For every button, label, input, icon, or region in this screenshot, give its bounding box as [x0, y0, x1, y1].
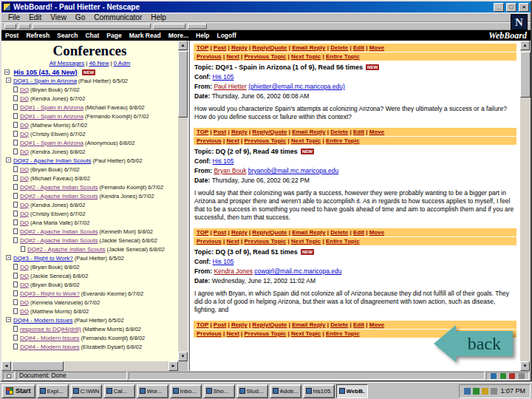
from-email-link[interactable]: (phietter@email.mc.maricopa.edu)	[248, 83, 345, 90]
from-email-link[interactable]: bryanob@mail.mc.maricopa.edu	[248, 167, 339, 174]
menu-view[interactable]: View	[46, 13, 71, 21]
msg-action-previous-topic[interactable]: Previous Topic	[245, 137, 287, 144]
tree-message-link[interactable]: DQ	[20, 211, 29, 217]
msg-action-top[interactable]: TOP	[197, 44, 208, 51]
menu-go[interactable]: Go	[71, 13, 89, 21]
msg-action-reply[interactable]: Reply	[231, 44, 248, 51]
msg-action-reply[interactable]: Reply	[231, 321, 248, 328]
msg-action-move[interactable]: Move	[369, 321, 384, 328]
main-vertical-scrollbar[interactable]: ▲ ▼	[520, 41, 531, 371]
tree-message-link[interactable]: DQ#2 - Apache Indian Scouts	[20, 184, 98, 191]
tray-icon[interactable]	[464, 388, 471, 395]
taskbar-button[interactable]: WebB...	[336, 384, 368, 398]
msg-action-post[interactable]: Post	[214, 129, 226, 135]
tree-message-link[interactable]: DQ	[20, 202, 29, 208]
tree-message-link[interactable]: DQ#4 - Modern Issues	[20, 335, 79, 341]
msg-action-reply[interactable]: Reply	[231, 129, 248, 135]
msg-action-top[interactable]: TOP	[197, 129, 208, 135]
msg-action-previous[interactable]: Previous	[197, 330, 222, 337]
board-link[interactable]: His 105 (43, 46 New)	[14, 69, 78, 76]
taskbar-button[interactable]: Expl...	[37, 384, 69, 398]
tree-message-link[interactable]: DQ#1 - Spain in Arizona	[20, 113, 83, 120]
wb-post-button[interactable]: Post	[5, 32, 18, 39]
tray-icon[interactable]	[482, 388, 488, 395]
main-scroll-thumb[interactable]	[520, 52, 531, 98]
msg-action-next[interactable]: Next	[226, 53, 239, 60]
msg-action-next-topic[interactable]: Next Topic	[291, 137, 321, 144]
collapse-icon[interactable]: −	[6, 317, 11, 322]
wb-page-button[interactable]: Page	[106, 32, 121, 39]
msg-action-post[interactable]: Post	[214, 229, 226, 236]
msg-action-edit[interactable]: Edit	[353, 44, 364, 51]
msg-action-reply-quote[interactable]: Reply/Quote	[252, 321, 287, 328]
wb-help-button[interactable]: Help	[196, 32, 209, 39]
scroll-right-icon[interactable]: ►	[168, 361, 178, 371]
tree-message-link[interactable]: DQ#1 - Spain in Arizona	[20, 104, 83, 111]
wb-mark-read-button[interactable]: Mark Read	[129, 32, 161, 39]
msg-action-previous-topic[interactable]: Previous Topic	[245, 330, 287, 337]
msg-action-edit[interactable]: Edit	[353, 129, 364, 135]
msg-action-top[interactable]: TOP	[197, 321, 208, 328]
tree-message-link[interactable]: DQ#3 - Right to Work?	[13, 255, 73, 262]
msg-action-move[interactable]: Move	[369, 129, 384, 135]
msg-action-reply-quote[interactable]: Reply/Quote	[252, 44, 287, 51]
minimize-button[interactable]: _	[494, 3, 504, 12]
msg-action-delete[interactable]: Delete	[330, 44, 348, 51]
collapse-icon[interactable]: −	[6, 157, 11, 163]
msg-action-reply[interactable]: Reply	[231, 229, 248, 236]
msg-action-move[interactable]: Move	[369, 229, 384, 236]
menu-file[interactable]: File	[4, 13, 24, 21]
component-bar[interactable]	[486, 372, 529, 380]
msg-action-previous-topic[interactable]: Previous Topic	[245, 238, 287, 245]
conference-link-all-messages[interactable]: All Messages	[50, 60, 85, 66]
left-vertical-scrollbar[interactable]: ▲ ▼	[178, 41, 188, 361]
scroll-up-icon[interactable]: ▲	[178, 41, 188, 50]
tree-message-link[interactable]: DQ	[20, 308, 29, 315]
tree-message-link[interactable]: DQ#1 - Spain in Arizona	[20, 140, 83, 146]
msg-action-previous[interactable]: Previous	[197, 137, 222, 144]
msg-action-entire-topic[interactable]: Entire Topic	[326, 238, 360, 245]
collapse-icon[interactable]: −	[6, 78, 11, 83]
tree-message-link[interactable]: DQ	[20, 166, 29, 173]
msg-action-next-topic[interactable]: Next Topic	[291, 330, 321, 337]
tree-message-link[interactable]: DQ	[20, 95, 29, 102]
from-name-link[interactable]: Bryan Bouk	[214, 167, 246, 174]
tree-message-link[interactable]: DQ	[20, 122, 29, 129]
scroll-up-icon[interactable]: ▲	[520, 41, 530, 50]
tree-message-link[interactable]: DQ	[20, 299, 29, 306]
menu-communicator[interactable]: Communicator	[89, 13, 146, 21]
taskbar-button[interactable]: Stud...	[236, 384, 268, 398]
msg-action-post[interactable]: Post	[214, 44, 226, 51]
tree-message-link[interactable]: response to DQ#4(drill)	[20, 326, 81, 332]
conference-link-46-new[interactable]: 46 New	[89, 60, 109, 66]
msg-action-next[interactable]: Next	[226, 238, 239, 245]
tree-message-link[interactable]: DQ#2 - Apache Indian Scouts	[20, 237, 98, 244]
tree-message-link[interactable]: DQ#2 - Apache Indian Scouts	[20, 228, 98, 235]
wb-search-button[interactable]: Search	[57, 32, 78, 39]
tree-message-link[interactable]: DQ#4 - Modern Issues	[20, 344, 79, 350]
msg-action-next[interactable]: Next	[226, 137, 239, 144]
msg-action-email-reply[interactable]: Email Reply	[292, 129, 325, 135]
from-email-link[interactable]: cowgirl@mail.mc.maricopa.edu	[254, 267, 341, 275]
msg-action-email-reply[interactable]: Email Reply	[292, 44, 325, 51]
msg-action-next-topic[interactable]: Next Topic	[291, 53, 321, 60]
msg-action-entire-topic[interactable]: Entire Topic	[326, 330, 360, 337]
msg-action-delete[interactable]: Delete	[330, 229, 348, 236]
tree-message-link[interactable]: DQ	[20, 175, 29, 182]
from-name-link[interactable]: Paul Hietter	[214, 83, 246, 90]
tree-message-link[interactable]: DQ#3 - Right to Work?	[20, 290, 80, 297]
msg-action-post[interactable]: Post	[214, 321, 226, 328]
start-button[interactable]: Start	[1, 384, 35, 398]
tree-message-link[interactable]: DQ	[20, 149, 29, 155]
wb-logoff-button[interactable]: Logoff	[216, 32, 236, 39]
discussion-icon[interactable]	[519, 373, 525, 379]
msg-action-next[interactable]: Next	[226, 330, 239, 337]
tree-message-link[interactable]: DQ	[20, 264, 29, 270]
msg-action-edit[interactable]: Edit	[353, 321, 364, 328]
msg-action-email-reply[interactable]: Email Reply	[292, 321, 325, 328]
title-bar[interactable]: WebBoard! - Paul Hietter - Netscape _ □ …	[1, 1, 531, 13]
taskbar-button[interactable]: Sho...	[203, 384, 235, 398]
taskbar-button[interactable]: his105...	[303, 384, 335, 398]
tray-icon[interactable]	[473, 388, 480, 395]
tree-message-link[interactable]: DQ#4 - Modern Issues	[13, 317, 72, 324]
